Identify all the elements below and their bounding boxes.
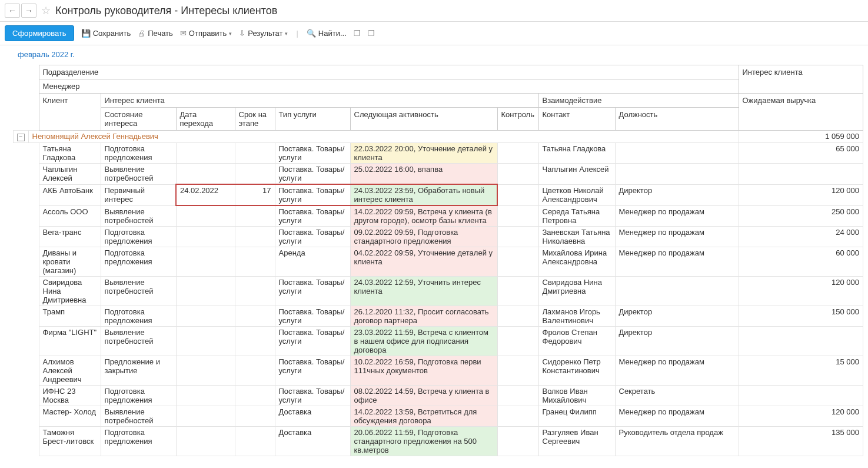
favorite-star-icon[interactable]: ☆ — [41, 4, 51, 17]
cell-type: Аренда — [275, 247, 350, 277]
header-tree-spacer — [5, 65, 39, 131]
search-icon: 🔍 — [307, 29, 316, 38]
header-interest-group: Интерес клиента — [101, 94, 538, 108]
cell-next-activity: 10.02.2022 16:59, Подготовка перви 111чн… — [350, 356, 497, 386]
cell-control — [497, 164, 538, 185]
cell-control — [497, 227, 538, 247]
form-button[interactable]: Сформировать — [5, 25, 74, 41]
cell-revenue: 24 000 — [739, 227, 863, 247]
cell-contact: Разгуляев Иван Сергеевич — [538, 427, 615, 456]
toolbar-separator: | — [296, 29, 298, 38]
cell-contact: Цветков Николай Александрович — [538, 184, 615, 205]
table-row[interactable]: Мастер- ХолодВыявление потребностейДоста… — [5, 406, 863, 427]
cell-type: Поставка. Товары/услуги — [275, 277, 350, 306]
nav-forward-button[interactable]: → — [21, 4, 36, 18]
cell-revenue: 135 000 — [739, 427, 863, 456]
cell-contact: Волков Иван Михайлович — [538, 386, 615, 406]
cell-state: Подготовка предложения — [101, 306, 176, 327]
cell-control — [497, 143, 538, 164]
cell-term — [235, 306, 275, 327]
cell-next-activity: 20.06.2022 11:59, Подготовка стандартног… — [350, 427, 497, 456]
header-control: Контроль — [497, 108, 538, 131]
cell-client: Таможня Брест-литовск — [39, 427, 101, 456]
cell-contact: Гранец Филипп — [538, 406, 615, 427]
table-row[interactable]: Алхимов Алексей АндреевичПредложение и з… — [5, 356, 863, 386]
cell-contact: Татьяна Гладкова — [538, 143, 615, 164]
header-client-interest: Интерес клиента — [739, 65, 863, 94]
print-icon: 🖨 — [138, 29, 145, 38]
cell-state: Подготовка предложения — [101, 427, 176, 456]
cell-term — [235, 356, 275, 386]
cell-state: Первичный интерес — [101, 184, 176, 205]
table-row[interactable]: Ассоль ОООВыявление потребностейПоставка… — [5, 205, 863, 227]
result-button[interactable]: ⇩ Результат ▾ — [239, 29, 288, 38]
table-row[interactable]: ТрампПодготовка предложенияПоставка. Тов… — [5, 306, 863, 327]
cell-type: Поставка. Товары/услуги — [275, 306, 350, 327]
cell-date — [176, 386, 235, 406]
cell-position: Менеджер по продажам — [615, 227, 739, 247]
cell-control — [497, 184, 538, 205]
cell-position: Секретать — [615, 386, 739, 406]
cell-next-activity: 24.03.2022 12:59, Уточнить интерес клиен… — [350, 277, 497, 306]
cell-client: Чаплыгин Алексей — [39, 164, 101, 185]
table-row[interactable]: Чаплыгин АлексейВыявление потребностейПо… — [5, 164, 863, 185]
cell-type: Поставка. Товары/услуги — [275, 205, 350, 227]
cell-client: ИФНС 23 Москва — [39, 386, 101, 406]
copy-button[interactable]: ❐ — [354, 29, 361, 38]
table-row[interactable]: Свиридова Нина ДмитриевнаВыявление потре… — [5, 277, 863, 306]
cell-term — [235, 327, 275, 356]
cell-position: Менеджер по продажам — [615, 247, 739, 277]
cell-type: Поставка. Товары/услуги — [275, 164, 350, 185]
cell-client: Алхимов Алексей Андреевич — [39, 356, 101, 386]
cell-date — [176, 164, 235, 185]
cell-term — [235, 247, 275, 277]
table-row[interactable]: Таможня Брест-литовскПодготовка предложе… — [5, 427, 863, 456]
cell-next-activity: 14.02.2022 13:59, Встретиться для обсужд… — [350, 406, 497, 427]
cell-date — [176, 205, 235, 227]
cell-date — [176, 406, 235, 427]
cell-contact: Свиридова Нина Дмитриевна — [538, 277, 615, 306]
table-row[interactable]: ИФНС 23 МоскваПодготовка предложенияПост… — [5, 386, 863, 406]
copy-all-button[interactable]: ❐ — [368, 29, 375, 38]
find-button[interactable]: 🔍 Найти... — [307, 29, 347, 38]
cell-type: Доставка — [275, 427, 350, 456]
cell-client: АКБ АвтоБанк — [39, 184, 101, 205]
cell-next-activity: 24.03.2022 23:59, Обработать новый интер… — [350, 184, 497, 205]
cell-client: Свиридова Нина Дмитриевна — [39, 277, 101, 306]
cell-term — [235, 277, 275, 306]
cell-control — [497, 386, 538, 406]
tree-collapse-icon[interactable]: − — [17, 134, 25, 141]
table-row[interactable]: Фирма "LIGHT"Выявление потребностейПоста… — [5, 327, 863, 356]
cell-state: Выявление потребностей — [101, 406, 176, 427]
table-row[interactable]: Вега-трансПодготовка предложенияПоставка… — [5, 227, 863, 247]
header-date-transition: Дата перехода — [176, 108, 235, 131]
copy-stack-icon: ❐ — [368, 29, 375, 38]
table-row[interactable]: Диваны и кровати (магазин)Подготовка пре… — [5, 247, 863, 277]
chevron-down-icon: ▾ — [285, 31, 288, 36]
titlebar: ← → ☆ Контроль руководителя - Интересы к… — [0, 0, 868, 22]
cell-position: Директор — [615, 306, 739, 327]
cell-type: Поставка. Товары/услуги — [275, 386, 350, 406]
cell-term — [235, 427, 275, 456]
save-button[interactable]: 💾 Сохранить — [81, 29, 131, 38]
cell-position — [615, 277, 739, 306]
cell-term — [235, 227, 275, 247]
period-label[interactable]: февраль 2022 г. — [0, 45, 868, 65]
toolbar: Сформировать 💾 Сохранить 🖨 Печать ✉ Отпр… — [0, 22, 868, 45]
report-area: Подразделение Интерес клиента Менеджер К… — [5, 65, 863, 456]
cell-state: Подготовка предложения — [101, 227, 176, 247]
cell-type: Поставка. Товары/услуги — [275, 356, 350, 386]
cell-type: Поставка. Товары/услуги — [275, 327, 350, 356]
cell-date — [176, 247, 235, 277]
cell-term — [235, 386, 275, 406]
send-button[interactable]: ✉ Отправить ▾ — [180, 29, 232, 38]
mail-icon: ✉ — [180, 29, 187, 38]
print-button[interactable]: 🖨 Печать — [138, 29, 173, 38]
nav-back-button[interactable]: ← — [5, 4, 20, 18]
cell-term — [235, 164, 275, 185]
report-table: Подразделение Интерес клиента Менеджер К… — [5, 65, 863, 456]
manager-row[interactable]: −Непомнящий Алексей Геннадьевич1 059 000 — [5, 131, 863, 143]
cell-control — [497, 327, 538, 356]
table-row[interactable]: АКБ АвтоБанкПервичный интерес24.02.20221… — [5, 184, 863, 205]
table-row[interactable]: Татьяна ГладковаПодготовка предложенияПо… — [5, 143, 863, 164]
